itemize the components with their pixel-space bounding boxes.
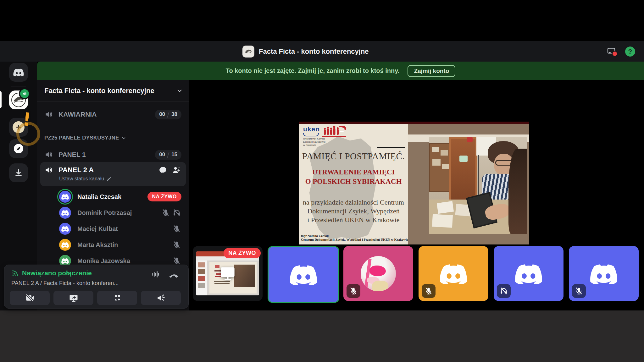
user-name: Dominik Potrzasaj	[77, 209, 132, 217]
slide-body-text: na przykładzie działalności Centrum Doku…	[300, 198, 407, 224]
chevron-down-icon	[121, 136, 126, 140]
screen-share-icon	[69, 293, 78, 303]
thumb-mini-slide	[198, 283, 205, 288]
voice-channel-icon	[45, 166, 53, 174]
titlebar-center: Facta Ficta - konto konferencyjne	[242, 41, 369, 62]
thumb-text	[214, 283, 230, 284]
tile-participant-speaking[interactable]	[268, 246, 339, 303]
mic-muted-icon	[173, 241, 181, 249]
voice-quality-icon[interactable]	[151, 270, 160, 279]
download-apps-button[interactable]	[9, 163, 28, 182]
slide-credit: mgr Natalia Czesak Centrum Dokumentacji …	[301, 234, 414, 242]
soundboard-button[interactable]	[141, 291, 181, 305]
discord-avatar-icon	[590, 263, 618, 284]
channel-panel-2a-selected[interactable]: PANEL 2 A Ustaw status kanału	[40, 162, 186, 186]
chevron-down-icon	[176, 88, 183, 94]
download-icon	[14, 168, 23, 178]
voice-channel-icon	[45, 110, 53, 119]
channel-panel-1[interactable]: PANEL 1 00 15	[40, 147, 186, 162]
titlebar-actions: ?	[606, 41, 635, 62]
uken-logo-arc	[303, 133, 319, 136]
connection-status-text: Nawiązano połączenie	[22, 269, 92, 277]
signal-icon	[11, 269, 19, 277]
user-name: Natalia Czesak	[77, 193, 121, 200]
voice-connection-panel: Nawiązano połączenie PANEL 2 A / Facta F…	[4, 265, 189, 309]
live-badge: NA ŻYWO	[224, 248, 261, 258]
photo-print	[432, 214, 453, 228]
monitor-icon	[219, 265, 236, 281]
category-pz25[interactable]: PZ25 PANELE DYSKUSYJNE	[44, 135, 126, 141]
avatar	[59, 207, 71, 219]
photo-door	[449, 137, 477, 202]
thumb-mini-slide	[198, 276, 205, 281]
server-header[interactable]: Facta Ficta - konto konferencyjne	[37, 80, 189, 101]
photo-note	[432, 147, 439, 152]
channel-name: KAWIARNIA	[58, 111, 97, 118]
letterbox-bottom	[0, 310, 644, 362]
window-title: Facta Ficta - konto konferencyjne	[259, 47, 369, 56]
thumb-text	[214, 281, 230, 282]
claim-banner: To konto nie jest zajęte. Zajmij je, zan…	[37, 62, 644, 80]
mic-muted-badge	[422, 284, 436, 298]
screen-share-preview[interactable]: uken Uniwersytet Komisji Edukacji Narodo…	[299, 122, 529, 244]
channel-panel-2a-row: PANEL 2 A	[40, 165, 186, 175]
photo-note	[432, 159, 441, 166]
discord-avatar-icon	[290, 264, 317, 285]
activities-icon	[113, 293, 122, 302]
mic-muted-icon	[575, 287, 583, 295]
rail-divider	[11, 86, 26, 86]
activities-button[interactable]	[97, 291, 137, 305]
uken-logo: uken	[303, 126, 320, 132]
user-name: Monika Jazowska	[77, 257, 130, 265]
slide-title: PAMIĘĆ I POSTPAMIĘĆ.	[302, 151, 405, 162]
help-icon[interactable]: ?	[625, 47, 635, 57]
photo-door-sign	[459, 156, 468, 162]
screen-share-button[interactable]	[53, 291, 93, 305]
mic-muted-icon	[425, 287, 433, 295]
connection-location: PANEL 2 A / Facta Ficta - konto konferen…	[11, 280, 119, 287]
claim-account-button[interactable]: Zajmij konto	[408, 65, 455, 77]
tile-participant-pink[interactable]	[343, 246, 413, 301]
stream-indicator-icon[interactable]	[606, 47, 617, 56]
screen: Facta Ficta - konto konferencyjne ? To k…	[0, 0, 644, 362]
tile-participant-deafened[interactable]	[494, 246, 564, 301]
channel-name: PANEL 2 A	[58, 166, 94, 174]
discord-home-button[interactable]	[9, 63, 28, 82]
avatar	[59, 191, 71, 203]
channel-user-cap: 15	[171, 151, 177, 158]
camera-toggle-button[interactable]	[10, 291, 50, 305]
thumb-photo	[234, 265, 255, 287]
slide-divider-line	[377, 147, 405, 148]
slide-top-strip	[299, 122, 529, 124]
pencil-icon	[107, 176, 112, 181]
discord-avatar-icon	[440, 263, 467, 284]
channel-name: PANEL 1	[58, 151, 86, 158]
photo-note	[442, 164, 449, 169]
deafened-badge	[497, 284, 511, 298]
voice-user-dominik[interactable]: Dominik Potrzasaj	[40, 205, 186, 221]
photo-note	[441, 150, 448, 156]
tile-participant-muted[interactable]	[569, 246, 639, 301]
voice-user-maciej[interactable]: Maciej Kulbat	[40, 221, 186, 237]
connection-status[interactable]: Nawiązano połączenie	[11, 269, 92, 277]
slide-photo	[429, 137, 527, 234]
tile-participant-orange[interactable]	[419, 246, 488, 301]
invite-members-icon[interactable]	[172, 166, 181, 174]
capacity-divider	[167, 152, 169, 158]
thumb-mini-slide	[198, 269, 205, 274]
thumb-logo	[215, 265, 219, 268]
poland-map-silhouette	[307, 134, 376, 240]
avatar-hair	[372, 281, 388, 291]
channel-user-count: 00	[159, 151, 165, 158]
tile-screen-share[interactable]: NA ŻYWO	[193, 246, 263, 301]
banner-message: To konto nie jest zajęte. Zajmij je, zan…	[226, 67, 400, 74]
avatar	[59, 239, 71, 251]
channel-kawiarnia[interactable]: KAWIARNIA 00 38	[40, 107, 186, 122]
uken-logo-subtext: Uniwersytet Komisji Edukacji Narodowej w…	[303, 137, 325, 147]
open-chat-icon[interactable]	[159, 166, 167, 174]
photo-print	[437, 201, 454, 214]
channel-status-setter[interactable]: Ustaw status kanału	[59, 176, 112, 182]
voice-user-marta[interactable]: Marta Aksztin	[40, 237, 186, 253]
disconnect-icon[interactable]	[169, 270, 179, 279]
voice-user-natalia[interactable]: Natalia Czesak NA ŻYWO	[40, 189, 186, 205]
